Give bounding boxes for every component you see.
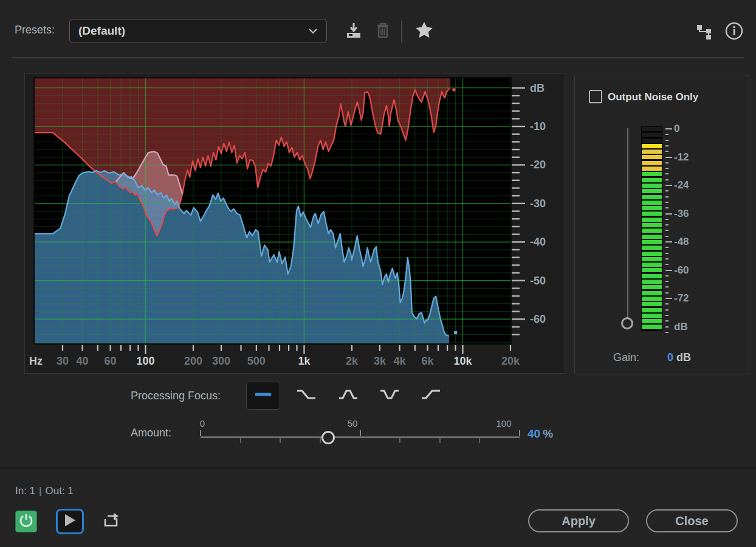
meter-segment <box>642 189 662 193</box>
frequency-axis-ticks <box>35 345 517 354</box>
meter-tick <box>665 315 668 316</box>
meter-segment <box>642 319 662 323</box>
meter-tick <box>665 145 668 146</box>
loop-playback-button[interactable] <box>98 511 123 532</box>
amount-value: 40% <box>527 427 553 441</box>
meter-tick <box>665 173 668 174</box>
meter-tick <box>665 128 672 129</box>
meter-tick <box>665 320 668 322</box>
meter-tick <box>665 247 668 248</box>
focus-mid-notch-button[interactable] <box>376 382 404 410</box>
apply-button[interactable]: Apply <box>528 509 629 532</box>
gain-value-unit: dB <box>676 351 691 363</box>
mid-boost-icon <box>337 388 359 404</box>
output-noise-only-checkbox[interactable] <box>589 90 602 103</box>
amount-minor-tick <box>280 438 281 443</box>
meter-segment <box>642 291 662 295</box>
amount-slider-handle[interactable] <box>321 431 335 444</box>
meter-segment <box>642 308 662 312</box>
info-button[interactable] <box>723 22 745 43</box>
meter-segment <box>642 302 662 306</box>
meter-tick <box>665 207 668 208</box>
effect-power-toggle[interactable] <box>15 511 37 532</box>
save-preset-button[interactable] <box>342 19 366 44</box>
meter-tick <box>665 258 668 260</box>
level-meter-scale: 0-12-24-36-48-60-72dB <box>664 126 701 345</box>
amount-label: Amount: <box>131 427 171 439</box>
frequency-axis-label: 500 <box>247 355 266 368</box>
meter-tick <box>665 162 668 163</box>
meter-tick <box>665 224 668 225</box>
meter-tick <box>665 219 668 220</box>
meter-tick <box>665 309 668 311</box>
favorite-star-icon <box>414 20 435 43</box>
meter-label: -48 <box>674 236 689 248</box>
meter-segment <box>642 252 662 256</box>
focus-high-frequencies-button[interactable] <box>417 382 445 410</box>
meter-segment <box>642 212 662 216</box>
meter-label: -24 <box>674 179 689 191</box>
presets-dropdown[interactable]: (Default) <box>69 19 327 43</box>
info-icon <box>724 21 744 43</box>
meter-segment <box>642 257 662 261</box>
preview-play-button[interactable] <box>56 509 84 534</box>
delete-preset-button[interactable] <box>371 19 395 44</box>
meter-tick <box>665 286 668 287</box>
presets-dropdown-value: (Default) <box>78 24 308 38</box>
frequency-axis-label: 40 <box>77 355 89 368</box>
meter-segment <box>642 263 662 267</box>
db-axis-label: dB <box>530 81 545 94</box>
gain-slider-knob[interactable] <box>621 317 633 329</box>
favorite-button[interactable] <box>412 19 436 44</box>
io-separator: | <box>39 485 41 497</box>
amount-slider-track[interactable] <box>201 436 520 438</box>
routing-button[interactable] <box>693 22 716 43</box>
close-button[interactable]: Close <box>646 509 738 532</box>
presets-label: Presets: <box>15 24 55 36</box>
frequency-axis-label: 10k <box>453 355 472 368</box>
processing-focus-label: Processing Focus: <box>131 390 221 402</box>
gain-label: Gain: <box>613 351 639 364</box>
amount-minor-tick <box>240 438 241 443</box>
chevron-down-icon <box>308 26 318 36</box>
focus-low-frequencies-button[interactable] <box>292 382 320 410</box>
db-axis-label: -10 <box>530 120 546 133</box>
amount-scale-50: 50 <box>348 418 358 428</box>
frequency-axis-label: 300 <box>212 355 230 368</box>
close-button-label: Close <box>675 514 708 528</box>
amount-minor-tick <box>479 438 480 443</box>
focus-full-spectrum-button[interactable] <box>246 382 280 410</box>
focus-mid-boost-button[interactable] <box>334 382 362 410</box>
db-axis-ticks <box>510 78 529 343</box>
amount-value-number[interactable]: 40 <box>527 427 540 440</box>
gain-value-number[interactable]: 0 <box>667 351 673 363</box>
meter-segment <box>642 150 662 154</box>
meter-segment <box>642 155 662 159</box>
spectrum-chart <box>35 78 510 343</box>
power-icon <box>18 512 34 531</box>
amount-value-unit: % <box>543 427 553 440</box>
toolbar-separator <box>401 21 402 43</box>
amount-scale-0: 0 <box>200 418 205 428</box>
meter-segment <box>642 206 662 210</box>
meter-tick <box>665 185 672 186</box>
amount-minor-tick <box>399 438 400 443</box>
meter-tick <box>665 168 668 169</box>
spectrum-graph-panel: dB-10-20-30-40-50-60 Hz30406010020030050… <box>24 73 565 374</box>
meter-segment <box>642 201 662 205</box>
meter-segment <box>642 195 662 199</box>
spectrum-plot[interactable] <box>35 78 510 343</box>
amount-scale-tick <box>200 430 201 436</box>
meter-label: -72 <box>674 292 689 304</box>
gain-slider-track[interactable] <box>627 128 628 318</box>
io-out: Out: 1 <box>46 485 74 497</box>
high-shelf-icon <box>420 388 442 404</box>
meter-label: dB <box>674 321 688 333</box>
meter-segment <box>642 268 662 272</box>
meter-tick <box>665 140 668 141</box>
meter-tick <box>665 190 668 191</box>
meter-segment <box>642 229 662 233</box>
meter-tick <box>665 332 668 333</box>
io-status: In: 1|Out: 1 <box>15 485 74 497</box>
meter-tick <box>665 303 668 304</box>
